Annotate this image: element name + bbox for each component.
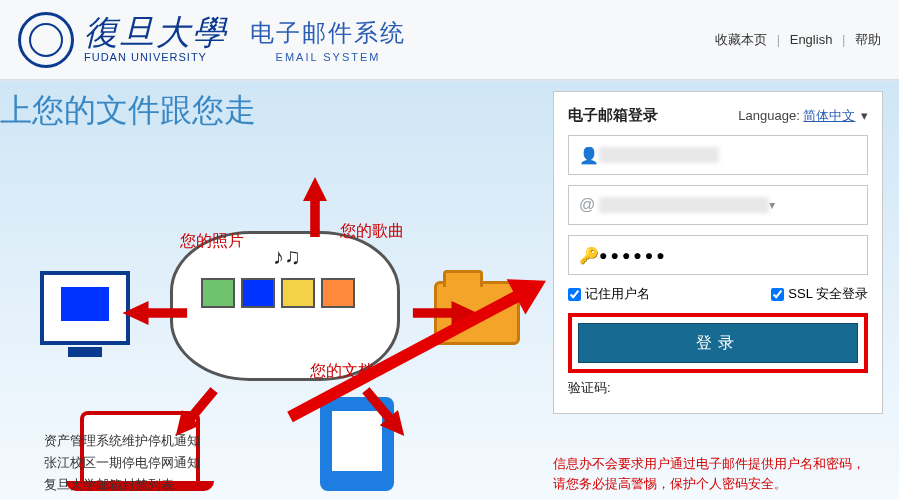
remember-checkbox-input[interactable]: [568, 288, 581, 301]
monitor-icon: [40, 271, 130, 345]
user-icon: 👤: [579, 146, 599, 165]
ssl-label: SSL 安全登录: [788, 285, 868, 303]
login-panel: 电子邮箱登录 Language: 简体中文 ▾ 👤 @ 🔑 ●●●●●● 记住用…: [553, 91, 883, 414]
illus-label-songs: 您的歌曲: [340, 221, 404, 242]
link-bookmark[interactable]: 收藏本页: [715, 32, 767, 47]
remember-username-checkbox[interactable]: 记住用户名: [568, 285, 650, 303]
domain-value: [599, 197, 769, 213]
top-links: 收藏本页 | English | 帮助: [715, 31, 881, 49]
illus-label-photos: 您的照片: [180, 231, 244, 252]
caret-down-icon: ▾: [861, 108, 868, 123]
arrow-icon: [303, 177, 327, 237]
username-field[interactable]: 👤: [568, 135, 868, 175]
language-selector[interactable]: Language: 简体中文 ▾: [738, 107, 868, 125]
at-icon: @: [579, 196, 599, 214]
app-tile-icon: [281, 278, 315, 308]
captcha-row: 验证码:: [568, 379, 868, 395]
warning-line: 信息办不会要求用户通过电子邮件提供用户名和密码，: [553, 454, 873, 474]
ssl-login-checkbox[interactable]: SSL 安全登录: [771, 285, 868, 303]
system-title-en: EMAIL SYSTEM: [250, 51, 406, 63]
university-name-cn: 復旦大學: [84, 16, 228, 50]
cloud-icon: ♪♫: [170, 231, 400, 381]
brand-block: 復旦大學 FUDAN UNIVERSITY 电子邮件系统 EMAIL SYSTE…: [18, 12, 406, 68]
separator: |: [777, 32, 780, 47]
domain-select[interactable]: @: [568, 185, 868, 225]
link-english[interactable]: English: [790, 32, 833, 47]
link-help[interactable]: 帮助: [855, 32, 881, 47]
app-tile-icon: [241, 278, 275, 308]
app-tile-icon: [321, 278, 355, 308]
key-icon: 🔑: [579, 246, 599, 265]
ssl-checkbox-input[interactable]: [771, 288, 784, 301]
university-name: 復旦大學 FUDAN UNIVERSITY: [84, 16, 228, 63]
slogan-text: 上您的文件跟您走: [0, 89, 256, 133]
university-seal-icon: [18, 12, 74, 68]
page-header: 復旦大學 FUDAN UNIVERSITY 电子邮件系统 EMAIL SYSTE…: [0, 0, 899, 80]
password-value: ●●●●●●: [599, 247, 668, 263]
notice-item[interactable]: 张江校区一期停电停网通知: [44, 452, 200, 474]
language-value[interactable]: 简体中文: [803, 108, 855, 123]
login-button[interactable]: 登录: [578, 323, 858, 363]
remember-label: 记住用户名: [585, 285, 650, 303]
music-notes-icon: ♪♫: [273, 244, 301, 270]
username-value: [599, 147, 719, 163]
captcha-label: 验证码:: [568, 380, 611, 395]
app-tile-icon: [201, 278, 235, 308]
main-area: 上您的文件跟您走 ♪♫ 您的照片 您的歌曲 您的文档 资产管理系统维护停机通知 …: [0, 80, 899, 500]
warning-line: 请您务必提高警惕，保护个人密码安全。: [553, 474, 873, 494]
language-label: Language:: [738, 108, 799, 123]
notice-list: 资产管理系统维护停机通知 张江校区一期停电停网通知 复旦大学邮箱封禁列表: [44, 430, 200, 496]
system-title: 电子邮件系统 EMAIL SYSTEM: [250, 17, 406, 63]
notice-item[interactable]: 资产管理系统维护停机通知: [44, 430, 200, 452]
login-title: 电子邮箱登录: [568, 106, 658, 125]
system-title-cn: 电子邮件系统: [250, 17, 406, 49]
university-name-en: FUDAN UNIVERSITY: [84, 52, 228, 63]
notice-item[interactable]: 复旦大学邮箱封禁列表: [44, 474, 200, 496]
separator: |: [842, 32, 845, 47]
login-button-highlight: 登录: [568, 313, 868, 373]
security-warning: 信息办不会要求用户通过电子邮件提供用户名和密码， 请您务必提高警惕，保护个人密码…: [553, 454, 873, 494]
password-field[interactable]: 🔑 ●●●●●●: [568, 235, 868, 275]
